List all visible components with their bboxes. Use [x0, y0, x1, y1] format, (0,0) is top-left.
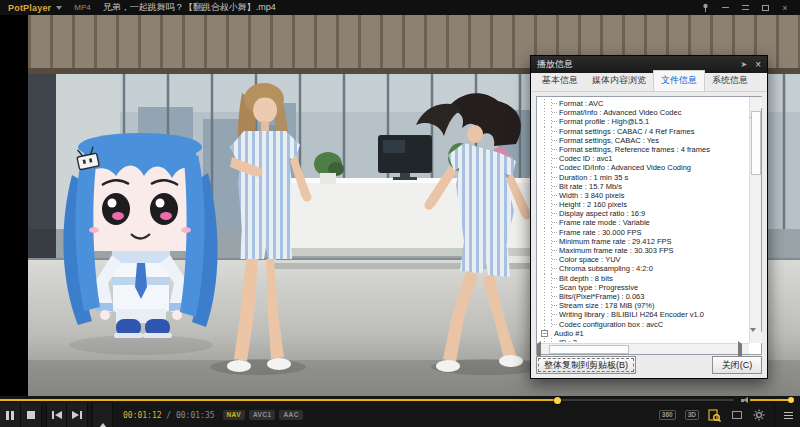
tree-row[interactable]: Maximum frame rate : 30.303 FPS: [540, 246, 747, 255]
close-dialog-button[interactable]: 关闭(C): [712, 356, 762, 374]
tree-row-text: Format/Info : Advanced Video Codec: [559, 108, 681, 117]
tree-row[interactable]: Format settings, Reference frames : 4 fr…: [540, 145, 747, 154]
dialog-close-button[interactable]: ×: [755, 60, 761, 70]
tree-row-text: Format settings, Reference frames : 4 fr…: [559, 145, 710, 154]
pin-button[interactable]: [700, 3, 710, 13]
tree-row[interactable]: Format profile : High@L5.1: [540, 117, 747, 126]
codec-badges: NAVAVC1AAC: [223, 410, 303, 421]
tree-row-text: Bit depth : 8 bits: [559, 274, 613, 283]
double-bar-icon: [742, 5, 749, 10]
tree-row[interactable]: Bit rate : 15.7 Mb/s: [540, 182, 747, 191]
menu-button[interactable]: [774, 403, 793, 427]
tab-3[interactable]: 系统信息: [705, 71, 755, 91]
badge-aac[interactable]: AAC: [279, 410, 302, 421]
vr-360-button[interactable]: 360: [659, 410, 676, 421]
next-button[interactable]: [67, 403, 88, 427]
volume-fill: [750, 399, 792, 401]
tree-row[interactable]: Frame rate mode : Variable: [540, 218, 747, 227]
tree-row[interactable]: Bits/(Pixel*Frame) : 0.063: [540, 292, 747, 301]
pause-icon: [6, 411, 14, 420]
seek-fill: [0, 399, 557, 401]
tree-row-text: Display aspect ratio : 16:9: [559, 209, 645, 218]
tree-row-text: Stream size : 178 MiB (97%): [559, 301, 654, 310]
chevron-down-icon[interactable]: [56, 6, 62, 10]
maximize-button[interactable]: [760, 3, 770, 13]
tree-row[interactable]: Codec ID : avc1: [540, 154, 747, 163]
tab-1[interactable]: 媒体内容浏览: [585, 71, 653, 91]
tree-row[interactable]: Height : 2 160 pixels: [540, 200, 747, 209]
horizontal-scroll-thumb[interactable]: [549, 345, 629, 354]
badge-nav[interactable]: NAV: [223, 410, 245, 421]
tree-row[interactable]: Stream size : 178 MiB (97%): [540, 301, 747, 310]
boss-button[interactable]: [740, 3, 750, 13]
settings-button[interactable]: [752, 409, 765, 422]
horizontal-scrollbar[interactable]: [537, 343, 749, 354]
maximize-icon: [762, 5, 769, 11]
minimize-button[interactable]: [720, 3, 730, 13]
right-buttons: 360 3D: [659, 403, 800, 427]
tree-row[interactable]: Format/Info : Advanced Video Codec: [540, 108, 747, 117]
tree-row[interactable]: Format settings, CABAC : Yes: [540, 136, 747, 145]
tree-row-text: Duration : 1 min 35 s: [559, 173, 628, 182]
tree-row[interactable]: Format settings : CABAC / 4 Ref Frames: [540, 127, 747, 136]
tree-row-text: Codec ID/Info : Advanced Video Coding: [559, 163, 691, 172]
tree-row[interactable]: Scan type : Progressive: [540, 283, 747, 292]
tree-row-text: Chroma subsampling : 4:2:0: [559, 264, 653, 273]
app-logo[interactable]: PotPlayer: [8, 3, 51, 13]
tree-row[interactable]: Codec ID/Info : Advanced Video Coding: [540, 163, 747, 172]
eject-icon: [99, 406, 107, 424]
collapse-icon[interactable]: −: [541, 330, 548, 337]
tree-row-text: Bit rate : 15.7 Mb/s: [559, 182, 622, 191]
tree-row[interactable]: Duration : 1 min 35 s: [540, 173, 747, 182]
seek-bar[interactable]: [0, 399, 734, 401]
tree-row[interactable]: Display aspect ratio : 16:9: [540, 209, 747, 218]
tab-0[interactable]: 基本信息: [535, 71, 585, 91]
info-tree: Format : AVCFormat/Info : Advanced Video…: [540, 99, 747, 342]
detach-icon[interactable]: ➤: [740, 61, 747, 69]
dialog-content: Format : AVCFormat/Info : Advanced Video…: [536, 96, 762, 355]
tab-2[interactable]: 文件信息: [653, 70, 705, 91]
pause-button[interactable]: [0, 403, 21, 427]
tree-row[interactable]: Codec configuration box : avcC: [540, 320, 747, 329]
time-total: 00:01:35: [176, 411, 215, 420]
tree-row[interactable]: Writing library : BILIBILI H264 Encoder …: [540, 310, 747, 319]
playback-info-button[interactable]: [708, 409, 721, 422]
tree-row[interactable]: Chroma subsampling : 4:2:0: [540, 264, 747, 273]
3d-button[interactable]: 3D: [685, 410, 699, 421]
tree-row[interactable]: Format : AVC: [540, 99, 747, 108]
dialog-buttons: 整体复制到剪贴板(B) 关闭(C): [536, 356, 762, 374]
gear-icon: [753, 409, 765, 421]
tree-row[interactable]: ID : 2: [540, 338, 747, 342]
previous-button[interactable]: [46, 403, 67, 427]
tree-row[interactable]: Minimum frame rate : 29.412 FPS: [540, 237, 747, 246]
control-bar: 00:01:12 / 00:01:35 NAVAVC1AAC 360 3D: [0, 396, 800, 427]
time-current: 00:01:12: [123, 411, 162, 420]
volume-slider[interactable]: [750, 399, 792, 401]
vertical-scrollbar[interactable]: [749, 97, 761, 343]
stop-button[interactable]: [21, 403, 42, 427]
scroll-left-icon[interactable]: [537, 344, 548, 355]
window-controls: ×: [700, 3, 800, 13]
screen-button[interactable]: [730, 409, 743, 422]
open-file-button[interactable]: [92, 403, 113, 427]
tree-row[interactable]: −Audio #1: [540, 329, 747, 338]
buttons-row: 00:01:12 / 00:01:35 NAVAVC1AAC 360 3D: [0, 403, 800, 427]
tree-row[interactable]: Frame rate : 30.000 FPS: [540, 228, 747, 237]
tree-row-text: Minimum frame rate : 29.412 FPS: [559, 237, 672, 246]
scroll-up-icon[interactable]: [750, 97, 762, 108]
tree-row-text: Maximum frame rate : 30.303 FPS: [559, 246, 674, 255]
scroll-down-icon[interactable]: [750, 332, 762, 343]
tree-row[interactable]: Bit depth : 8 bits: [540, 274, 747, 283]
screen-icon: [732, 411, 742, 419]
seek-row: [0, 396, 800, 403]
tree-row[interactable]: Width : 3 840 pixels: [540, 191, 747, 200]
tree-row[interactable]: Color space : YUV: [540, 255, 747, 264]
vertical-scroll-thumb[interactable]: [751, 111, 761, 175]
badge-avc1[interactable]: AVC1: [249, 410, 275, 421]
time-display[interactable]: 00:01:12 / 00:01:35: [123, 411, 215, 420]
previous-icon: [52, 411, 62, 419]
minimize-icon: [722, 7, 729, 8]
scroll-right-icon[interactable]: [738, 344, 749, 355]
close-button[interactable]: ×: [780, 3, 790, 13]
copy-to-clipboard-button[interactable]: 整体复制到剪贴板(B): [536, 356, 636, 374]
